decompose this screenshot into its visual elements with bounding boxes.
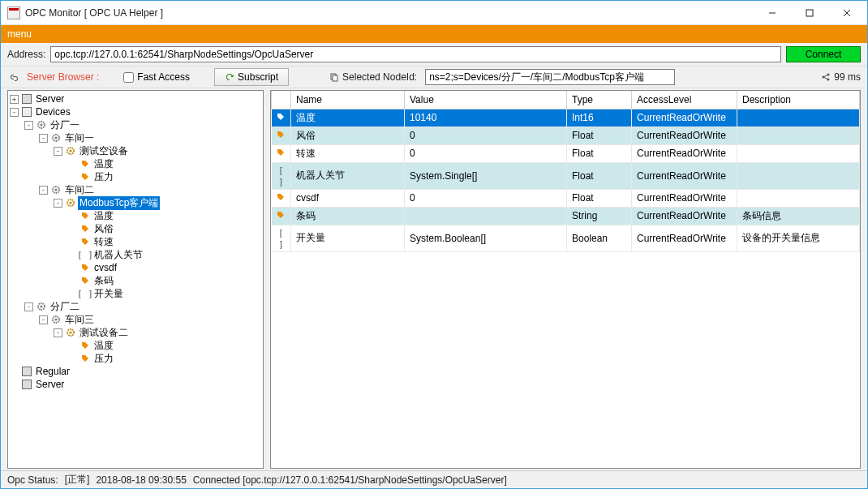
- tree-leaf[interactable]: 风俗: [92, 222, 115, 236]
- svg-rect-5: [333, 75, 337, 81]
- table-row[interactable]: 转速0FloatCurrentReadOrWrite: [272, 144, 860, 162]
- copy-icon: [329, 72, 339, 82]
- tree-leaf[interactable]: cvsdf: [92, 262, 118, 273]
- cell-type: String: [567, 207, 632, 225]
- node-table: Name Value Type AccessLevel Description …: [271, 91, 860, 252]
- array-icon: [ ]: [278, 228, 284, 250]
- svg-point-18: [55, 189, 58, 191]
- tree-node[interactable]: 车间二: [63, 183, 96, 197]
- tree-leaf[interactable]: 压力: [92, 352, 115, 366]
- cell-type: Float: [567, 189, 632, 207]
- cell-value: System.Boolean[]: [405, 225, 567, 251]
- tree-toggle[interactable]: -: [54, 199, 62, 208]
- tree-node[interactable]: 车间三: [63, 313, 96, 327]
- window-title: OPC Monitor [ OPC UA Helper ]: [25, 7, 754, 19]
- row-icon: [ ]: [272, 162, 291, 189]
- tag-icon: [277, 192, 285, 204]
- cell-desc: 条码信息: [737, 207, 860, 225]
- selected-nodeid-label: Selected NodeId:: [329, 71, 417, 83]
- connect-button[interactable]: Connect: [786, 46, 861, 62]
- close-button[interactable]: [828, 2, 866, 24]
- col-icon[interactable]: [272, 91, 291, 109]
- tree-node[interactable]: Server: [34, 93, 66, 105]
- svg-line-9: [824, 75, 827, 77]
- tag-icon: [277, 112, 285, 123]
- tree-toggle[interactable]: +: [10, 95, 19, 104]
- tree-toggle[interactable]: -: [24, 121, 33, 130]
- server-icon: [21, 366, 32, 377]
- cell-access: CurrentReadOrWrite: [632, 189, 737, 207]
- table-row[interactable]: [ ]机器人关节System.Single[]FloatCurrentReadO…: [272, 162, 860, 189]
- tree-leaf[interactable]: 转速: [92, 235, 115, 249]
- tree-node[interactable]: 分厂一: [49, 118, 81, 132]
- tree-node[interactable]: Devices: [34, 106, 72, 118]
- tree-toggle[interactable]: -: [39, 315, 48, 324]
- fast-access-label: Fast Access: [137, 71, 190, 83]
- svg-point-24: [55, 319, 58, 321]
- table-panel[interactable]: Name Value Type AccessLevel Description …: [270, 90, 861, 469]
- svg-point-20: [70, 202, 72, 204]
- fast-access-input[interactable]: [123, 72, 134, 83]
- address-input[interactable]: [50, 46, 781, 62]
- tree-leaf[interactable]: 温度: [92, 209, 115, 223]
- fast-access-checkbox[interactable]: Fast Access: [123, 71, 190, 83]
- tree-toggle[interactable]: -: [54, 147, 62, 156]
- tree-node[interactable]: 测试设备二: [78, 326, 130, 340]
- row-icon: [272, 144, 291, 162]
- subscript-button[interactable]: Subscript: [214, 68, 289, 86]
- cell-value: 0: [405, 127, 567, 144]
- table-row[interactable]: 温度10140Int16CurrentReadOrWrite: [272, 109, 860, 127]
- tag-icon: [79, 275, 91, 286]
- status-label: Opc Status:: [7, 474, 58, 486]
- menu-item[interactable]: menu: [7, 28, 32, 40]
- maximize-button[interactable]: [791, 2, 828, 24]
- tree-leaf[interactable]: 条码: [92, 274, 115, 288]
- tree-toggle[interactable]: -: [24, 302, 33, 311]
- cell-value: [405, 207, 567, 225]
- gear-icon: [36, 301, 47, 312]
- devices-icon: [21, 106, 32, 118]
- svg-point-22: [41, 306, 43, 308]
- tree-node[interactable]: 分厂二: [49, 300, 81, 314]
- tag-icon: [79, 158, 91, 169]
- tree-leaf[interactable]: 温度: [92, 339, 115, 353]
- row-icon: [272, 109, 291, 127]
- address-bar: Address: Connect: [1, 43, 867, 66]
- cell-name: 风俗: [291, 127, 405, 144]
- tag-icon: [277, 210, 285, 221]
- table-row[interactable]: [ ]开关量System.Boolean[]BooleanCurrentRead…: [272, 225, 860, 251]
- cell-name: 条码: [291, 207, 405, 225]
- minimize-button[interactable]: [754, 2, 791, 24]
- tree-leaf[interactable]: 压力: [92, 170, 115, 184]
- tree-leaf[interactable]: 温度: [92, 157, 115, 171]
- tree-leaf[interactable]: 开关量: [92, 287, 125, 301]
- col-desc[interactable]: Description: [737, 91, 860, 109]
- nodeid-input[interactable]: [425, 69, 675, 85]
- tree-node-selected[interactable]: ModbusTcp客户端: [78, 196, 160, 210]
- tree-node[interactable]: Server: [34, 379, 66, 390]
- row-icon: [272, 127, 291, 144]
- cell-value: 10140: [405, 109, 567, 127]
- server-icon: [21, 379, 32, 390]
- col-access[interactable]: AccessLevel: [632, 91, 737, 109]
- col-name[interactable]: Name: [291, 91, 405, 109]
- tree-node[interactable]: 车间一: [63, 131, 96, 145]
- tree-panel[interactable]: +Server -Devices -分厂一 -车间一 -测试空设备: [7, 90, 264, 469]
- tree-node[interactable]: 测试空设备: [78, 144, 130, 158]
- table-row[interactable]: 条码StringCurrentReadOrWrite条码信息: [272, 207, 860, 225]
- tree-node[interactable]: Regular: [34, 366, 71, 377]
- tree-toggle[interactable]: -: [39, 186, 48, 195]
- col-value[interactable]: Value: [405, 91, 567, 109]
- table-row[interactable]: 风俗0FloatCurrentReadOrWrite: [272, 127, 860, 144]
- tree-toggle[interactable]: -: [39, 134, 48, 143]
- tag-icon: [79, 223, 91, 234]
- table-row[interactable]: cvsdf0FloatCurrentReadOrWrite: [272, 189, 860, 207]
- tree-toggle[interactable]: -: [10, 108, 19, 117]
- secondary-toolbar: Server Browser : Fast Access Subscript S…: [1, 66, 867, 88]
- col-type[interactable]: Type: [567, 91, 632, 109]
- tree-toggle[interactable]: -: [54, 328, 62, 337]
- tree-leaf[interactable]: 机器人关节: [92, 248, 144, 262]
- server-browser-label: Server Browser :: [27, 71, 99, 83]
- share-icon: [821, 72, 831, 82]
- gear-icon: [65, 327, 76, 338]
